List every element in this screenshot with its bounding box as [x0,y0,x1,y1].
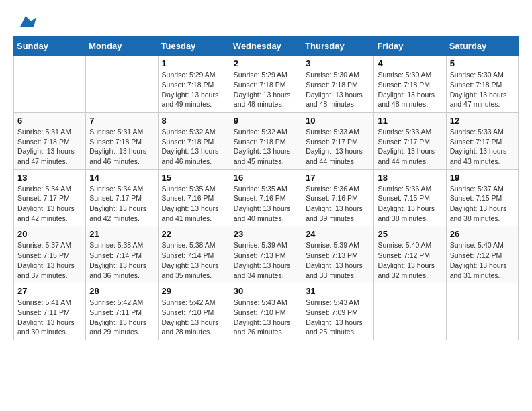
calendar-day-cell: 16Sunrise: 5:35 AM Sunset: 7:16 PM Dayli… [230,169,302,226]
calendar-day-cell: 20Sunrise: 5:37 AM Sunset: 7:15 PM Dayli… [14,226,86,283]
calendar-day-cell: 28Sunrise: 5:42 AM Sunset: 7:11 PM Dayli… [86,283,158,340]
day-info: Sunrise: 5:43 AM Sunset: 7:09 PM Dayligh… [306,298,370,337]
calendar-day-cell [14,56,86,113]
day-of-week-header: Thursday [302,37,374,56]
day-number: 13 [17,173,82,183]
day-info: Sunrise: 5:40 AM Sunset: 7:12 PM Dayligh… [378,240,442,280]
calendar-day-cell: 29Sunrise: 5:42 AM Sunset: 7:10 PM Dayli… [158,283,230,340]
calendar-day-cell: 4Sunrise: 5:30 AM Sunset: 7:18 PM Daylig… [374,56,446,113]
day-info: Sunrise: 5:32 AM Sunset: 7:18 PM Dayligh… [162,127,226,167]
calendar-week-row: 6Sunrise: 5:31 AM Sunset: 7:18 PM Daylig… [14,112,519,169]
calendar-day-cell: 23Sunrise: 5:39 AM Sunset: 7:13 PM Dayli… [230,226,302,283]
day-info: Sunrise: 5:35 AM Sunset: 7:16 PM Dayligh… [162,184,226,224]
calendar-day-cell [446,283,518,340]
day-of-week-header: Sunday [14,37,86,56]
day-info: Sunrise: 5:34 AM Sunset: 7:17 PM Dayligh… [89,184,154,224]
calendar-day-cell: 30Sunrise: 5:43 AM Sunset: 7:10 PM Dayli… [230,283,302,340]
calendar-day-cell: 19Sunrise: 5:37 AM Sunset: 7:15 PM Dayli… [446,169,518,226]
day-info: Sunrise: 5:32 AM Sunset: 7:18 PM Dayligh… [234,127,298,167]
calendar-day-cell: 5Sunrise: 5:30 AM Sunset: 7:18 PM Daylig… [446,56,518,113]
day-info: Sunrise: 5:37 AM Sunset: 7:15 PM Dayligh… [17,240,82,280]
calendar-day-cell [86,56,158,113]
calendar-day-cell [374,283,446,340]
calendar-day-cell: 25Sunrise: 5:40 AM Sunset: 7:12 PM Dayli… [374,226,446,283]
day-info: Sunrise: 5:41 AM Sunset: 7:11 PM Dayligh… [17,298,82,337]
day-of-week-header: Monday [86,37,158,56]
calendar-day-cell: 15Sunrise: 5:35 AM Sunset: 7:16 PM Dayli… [158,169,230,226]
day-number: 17 [306,173,370,183]
day-number: 14 [89,173,154,183]
day-number: 8 [162,116,226,126]
day-number: 7 [89,116,154,126]
calendar-day-cell: 22Sunrise: 5:38 AM Sunset: 7:14 PM Dayli… [158,226,230,283]
calendar-day-cell: 7Sunrise: 5:31 AM Sunset: 7:18 PM Daylig… [86,112,158,169]
day-number: 5 [450,58,515,68]
day-number: 1 [162,58,226,68]
day-number: 28 [89,286,154,296]
day-info: Sunrise: 5:29 AM Sunset: 7:18 PM Dayligh… [234,70,298,109]
calendar-day-cell: 8Sunrise: 5:32 AM Sunset: 7:18 PM Daylig… [158,112,230,169]
day-number: 6 [17,116,82,126]
day-info: Sunrise: 5:33 AM Sunset: 7:17 PM Dayligh… [450,127,515,167]
day-info: Sunrise: 5:30 AM Sunset: 7:18 PM Dayligh… [306,70,370,109]
calendar-header-row: SundayMondayTuesdayWednesdayThursdayFrid… [14,37,519,56]
calendar-day-cell: 21Sunrise: 5:38 AM Sunset: 7:14 PM Dayli… [86,226,158,283]
calendar-day-cell: 11Sunrise: 5:33 AM Sunset: 7:17 PM Dayli… [374,112,446,169]
day-info: Sunrise: 5:42 AM Sunset: 7:10 PM Dayligh… [162,298,226,337]
calendar-day-cell: 24Sunrise: 5:39 AM Sunset: 7:13 PM Dayli… [302,226,374,283]
day-info: Sunrise: 5:31 AM Sunset: 7:18 PM Dayligh… [17,127,82,167]
day-number: 16 [234,173,298,183]
day-info: Sunrise: 5:30 AM Sunset: 7:18 PM Dayligh… [450,70,515,109]
calendar-day-cell: 1Sunrise: 5:29 AM Sunset: 7:18 PM Daylig… [158,56,230,113]
day-info: Sunrise: 5:36 AM Sunset: 7:16 PM Dayligh… [306,184,370,224]
day-info: Sunrise: 5:38 AM Sunset: 7:14 PM Dayligh… [162,240,226,280]
calendar-week-row: 1Sunrise: 5:29 AM Sunset: 7:18 PM Daylig… [14,56,519,113]
calendar-day-cell: 17Sunrise: 5:36 AM Sunset: 7:16 PM Dayli… [302,169,374,226]
calendar-day-cell: 10Sunrise: 5:33 AM Sunset: 7:17 PM Dayli… [302,112,374,169]
day-number: 15 [162,173,226,183]
svg-marker-0 [20,16,36,27]
calendar-day-cell: 18Sunrise: 5:36 AM Sunset: 7:15 PM Dayli… [374,169,446,226]
day-of-week-header: Friday [374,37,446,56]
calendar-day-cell: 9Sunrise: 5:32 AM Sunset: 7:18 PM Daylig… [230,112,302,169]
day-info: Sunrise: 5:36 AM Sunset: 7:15 PM Dayligh… [378,184,442,224]
day-number: 19 [450,173,515,183]
day-number: 26 [450,229,515,239]
logo-bird-icon [15,15,36,30]
calendar-table: SundayMondayTuesdayWednesdayThursdayFrid… [13,36,519,340]
day-of-week-header: Tuesday [158,37,230,56]
day-number: 18 [378,173,442,183]
day-of-week-header: Saturday [446,37,518,56]
day-info: Sunrise: 5:37 AM Sunset: 7:15 PM Dayligh… [450,184,515,224]
calendar-day-cell: 3Sunrise: 5:30 AM Sunset: 7:18 PM Daylig… [302,56,374,113]
day-number: 23 [234,229,298,239]
day-number: 12 [450,116,515,126]
day-number: 29 [162,286,226,296]
day-number: 9 [234,116,298,126]
calendar-week-row: 27Sunrise: 5:41 AM Sunset: 7:11 PM Dayli… [14,283,519,340]
day-info: Sunrise: 5:43 AM Sunset: 7:10 PM Dayligh… [234,298,298,337]
day-number: 2 [234,58,298,68]
day-number: 4 [378,58,442,68]
day-of-week-header: Wednesday [230,37,302,56]
calendar-day-cell: 27Sunrise: 5:41 AM Sunset: 7:11 PM Dayli… [14,283,86,340]
day-number: 11 [378,116,442,126]
day-info: Sunrise: 5:29 AM Sunset: 7:18 PM Dayligh… [162,70,226,109]
day-number: 21 [89,229,154,239]
day-number: 27 [17,286,82,296]
day-number: 24 [306,229,370,239]
calendar-day-cell: 13Sunrise: 5:34 AM Sunset: 7:17 PM Dayli… [14,169,86,226]
day-info: Sunrise: 5:30 AM Sunset: 7:18 PM Dayligh… [378,70,442,109]
day-info: Sunrise: 5:33 AM Sunset: 7:17 PM Dayligh… [378,127,442,167]
day-info: Sunrise: 5:38 AM Sunset: 7:14 PM Dayligh… [89,240,154,280]
day-number: 30 [234,286,298,296]
day-number: 22 [162,229,226,239]
logo [13,13,36,30]
calendar-day-cell: 2Sunrise: 5:29 AM Sunset: 7:18 PM Daylig… [230,56,302,113]
day-info: Sunrise: 5:39 AM Sunset: 7:13 PM Dayligh… [234,240,298,280]
day-number: 25 [378,229,442,239]
day-info: Sunrise: 5:34 AM Sunset: 7:17 PM Dayligh… [17,184,82,224]
calendar-week-row: 13Sunrise: 5:34 AM Sunset: 7:17 PM Dayli… [14,169,519,226]
day-number: 20 [17,229,82,239]
day-info: Sunrise: 5:39 AM Sunset: 7:13 PM Dayligh… [306,240,370,280]
